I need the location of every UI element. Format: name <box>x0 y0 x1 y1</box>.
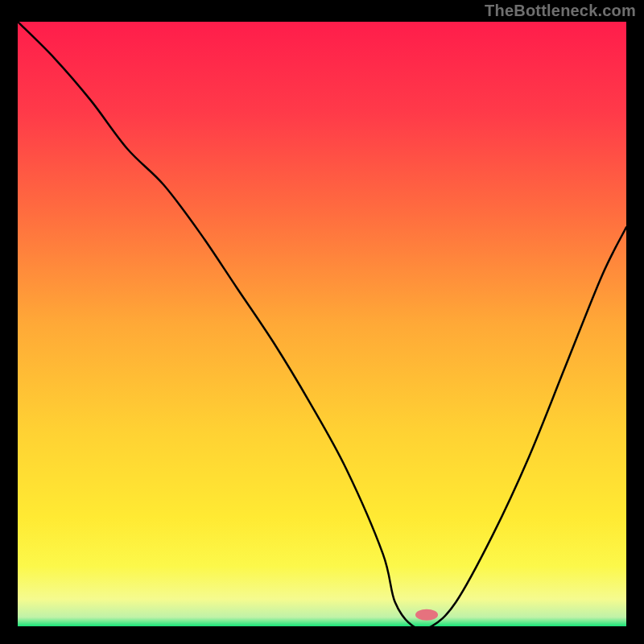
gradient-background <box>18 22 626 626</box>
chart-container: TheBottleneck.com <box>0 0 644 644</box>
plot-area <box>18 22 626 626</box>
watermark-text: TheBottleneck.com <box>485 2 636 20</box>
bottleneck-plot <box>18 22 626 626</box>
selection-marker <box>415 609 438 621</box>
